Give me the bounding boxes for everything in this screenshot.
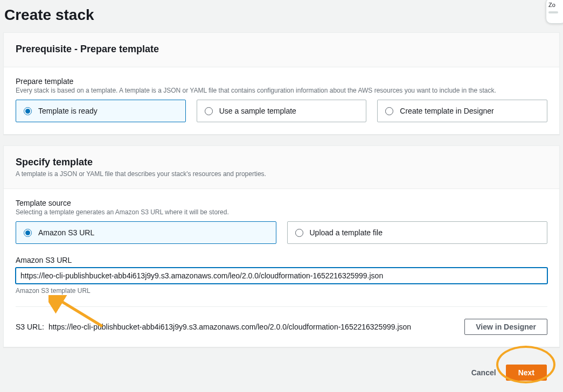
page-title: Create stack [0,0,563,32]
radio-icon [295,229,303,237]
tile-label: Create template in Designer [400,107,494,115]
radio-icon [205,107,213,115]
panel-prerequisite: Prerequisite - Prepare template Prepare … [3,32,560,135]
tile-label: Template is ready [38,107,98,115]
s3-url-label: Amazon S3 URL [16,256,547,264]
radio-icon [385,107,393,115]
prepare-template-help: Every stack is based on a template. A te… [16,87,547,94]
template-source-label: Template source [16,199,547,207]
tile-label: Use a sample template [219,107,296,115]
radio-icon [24,229,32,237]
footer: Cancel Next [0,358,563,391]
prereq-title: Prerequisite - Prepare template [16,44,547,55]
tile-template-ready[interactable]: Template is ready [16,100,186,122]
corner-widget: Zo [546,0,563,24]
tile-upload-file[interactable]: Upload a template file [287,221,548,244]
tile-label: Amazon S3 URL [38,228,94,237]
cancel-button[interactable]: Cancel [471,368,496,377]
tile-create-designer[interactable]: Create template in Designer [377,100,547,122]
corner-bar [548,11,558,13]
radio-icon [24,107,32,115]
specify-subtitle: A template is a JSON or YAML file that d… [16,170,547,178]
tile-label: Upload a template file [310,228,383,237]
prepare-template-label: Prepare template [16,77,547,86]
divider [16,306,547,307]
next-button[interactable]: Next [506,365,547,381]
template-source-help: Selecting a template generates an Amazon… [16,208,547,216]
specify-title: Specify template [16,157,547,168]
s3-url-row-label: S3 URL: [16,323,44,331]
tile-sample-template[interactable]: Use a sample template [197,100,367,122]
s3-url-input[interactable] [16,268,547,284]
tile-amazon-s3-url[interactable]: Amazon S3 URL [16,221,276,244]
corner-text: Zo [548,2,555,8]
s3-url-help: Amazon S3 template URL [16,287,547,295]
view-in-designer-button[interactable]: View in Designer [464,319,547,335]
s3-url-row-value: https://leo-cli-publishbucket-abb4i613j9… [48,323,454,331]
panel-specify-template: Specify template A template is a JSON or… [3,145,560,347]
